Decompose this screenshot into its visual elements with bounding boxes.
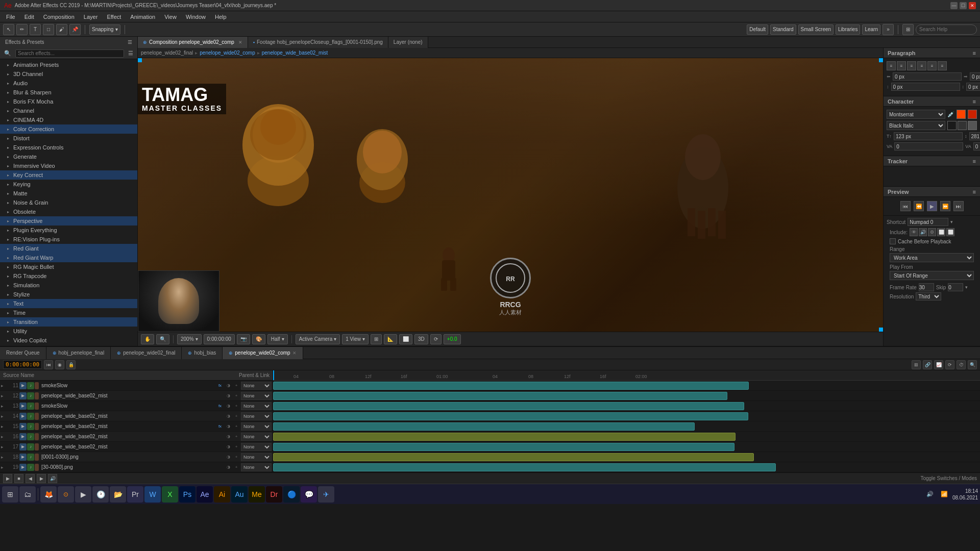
preview-header[interactable]: Preview ≡ <box>884 187 980 197</box>
taskbar-word[interactable]: W <box>144 486 161 503</box>
include-audio-icon[interactable]: 🔊 <box>919 228 927 236</box>
effect-category-3d-channel[interactable]: ▸3D Channel <box>0 69 137 79</box>
layer-video-icon[interactable]: ▶ <box>19 443 27 450</box>
layer-row[interactable]: ▸ 13 ▶ ♪ smokeSlow fx ◑ + None <box>0 401 273 411</box>
effect-category-matte[interactable]: ▸Matte <box>0 189 137 198</box>
vp-snapshot[interactable]: 📷 <box>237 334 250 344</box>
effects-presets-tab[interactable]: Effects & Presets ☰ <box>0 37 138 48</box>
motion-blur-button[interactable]: ◑ <box>225 403 232 410</box>
toolbar-puppet-tool[interactable]: 📌 <box>69 24 81 35</box>
handle-top-left[interactable] <box>138 58 142 62</box>
fx-button[interactable]: fx <box>216 382 224 389</box>
breadcrumb-item-2[interactable]: penelope_wide02_comp <box>200 50 255 56</box>
parent-select[interactable]: None <box>241 433 272 441</box>
color-swatch-4[interactable] <box>968 121 977 130</box>
line-height-input[interactable] <box>969 132 981 140</box>
snapping-dropdown[interactable]: Snapping ▾ <box>89 24 120 35</box>
track-bar[interactable] <box>273 463 776 471</box>
close-button[interactable]: ✕ <box>969 2 976 9</box>
track-row[interactable] <box>273 462 980 472</box>
taskbar-excel[interactable]: X <box>162 486 178 503</box>
bc-next-frame[interactable]: ▶ <box>37 474 46 483</box>
workspace-standard[interactable]: Standard <box>770 24 796 35</box>
taskbar-media[interactable]: ▶ <box>75 486 91 503</box>
layer-row[interactable]: ▸ 18 ▶ ♪ [0001-0300].png ◑ + None <box>0 452 273 462</box>
effect-category-time[interactable]: ▸Time <box>0 308 137 317</box>
track-bar[interactable] <box>273 392 727 400</box>
layer-audio-icon[interactable]: ♪ <box>27 433 34 440</box>
adjustment-button[interactable]: + <box>233 433 240 440</box>
timeline-timecode[interactable]: 0:00:00:00 <box>3 360 42 369</box>
tl-select-all-button[interactable]: ⊞ <box>912 360 921 369</box>
layer-expand-icon[interactable]: ▸ <box>1 465 7 470</box>
taskbar-folder[interactable]: 📂 <box>110 486 126 503</box>
layer-label-icon[interactable] <box>35 413 39 420</box>
layer-audio-icon[interactable]: ♪ <box>27 464 34 471</box>
preview-next-button[interactable]: ⏩ <box>940 201 950 211</box>
vp-grid[interactable]: ⊞ <box>371 334 382 344</box>
effect-category-perspective[interactable]: ▸Perspective <box>0 216 137 226</box>
toggle-switches-label[interactable]: Toggle Switches / Modes <box>920 475 977 481</box>
search-input[interactable] <box>916 24 977 35</box>
parent-select[interactable]: None <box>241 463 272 471</box>
adjustment-button[interactable]: + <box>233 454 240 461</box>
parent-select[interactable]: None <box>241 453 272 461</box>
effect-category-simulation[interactable]: ▸Simulation <box>0 281 137 290</box>
layer-label-icon[interactable] <box>35 454 39 461</box>
paragraph-header[interactable]: Paragraph ≡ <box>884 48 980 58</box>
layer-expand-icon[interactable]: ▸ <box>1 455 7 460</box>
align-center-button[interactable]: ≡ <box>897 61 906 70</box>
vp-safe-zones[interactable]: ⬜ <box>399 334 412 344</box>
tl-graph-editor-button[interactable]: 📈 <box>934 360 943 369</box>
layer-expand-icon[interactable]: ▸ <box>1 424 7 429</box>
effect-category-text[interactable]: ▸Text <box>0 299 137 308</box>
layer-name[interactable]: penelope_wide_base02_mist <box>40 444 224 449</box>
font-family-select[interactable]: Montserrat <box>887 110 945 119</box>
layer-video-icon[interactable]: ▶ <box>19 382 27 389</box>
viewport[interactable]: TAMAG MASTER CLASSES RR RRCG 人人素材 <box>138 58 883 332</box>
parent-select[interactable]: None <box>241 392 272 400</box>
taskbar-premiere[interactable]: Pr <box>127 486 143 503</box>
effect-category-animation-presets[interactable]: ▸Animation Presets <box>0 60 137 69</box>
workspace-small-screen[interactable]: Small Screen <box>798 24 834 35</box>
align-left-button[interactable]: ≡ <box>887 61 896 70</box>
panel-button[interactable]: ⊞ <box>902 24 914 35</box>
effect-category-utility[interactable]: ▸Utility <box>0 327 137 336</box>
track-row[interactable] <box>273 421 980 432</box>
layer-audio-icon[interactable]: ♪ <box>27 403 34 410</box>
effect-category-generate[interactable]: ▸Generate <box>0 152 137 161</box>
layer-row[interactable]: ▸ 15 ▶ ♪ penelope_wide_base02_mist fx ◑ … <box>0 421 273 432</box>
layer-row[interactable]: ▸ 16 ▶ ♪ penelope_wide_base02_mist ◑ + N… <box>0 432 273 442</box>
effect-category-keying[interactable]: ▸Keying <box>0 180 137 189</box>
motion-blur-button[interactable]: ◑ <box>225 454 232 461</box>
track-row[interactable] <box>273 411 980 421</box>
bc-stop-button[interactable]: ■ <box>14 474 23 483</box>
comp-tab-close[interactable]: ✕ <box>238 40 242 45</box>
effect-category-boris-fx-mocha[interactable]: ▸Boris FX Mocha <box>0 97 137 106</box>
layer-expand-icon[interactable]: ▸ <box>1 444 7 449</box>
vp-zoom-tool[interactable]: 🔍 <box>156 334 169 344</box>
kerning-input[interactable] <box>973 142 980 151</box>
track-bar[interactable] <box>273 382 749 390</box>
include-video-icon[interactable]: 👁 <box>910 228 918 236</box>
layer-video-icon[interactable]: ▶ <box>19 392 27 399</box>
tl-search-button[interactable]: 🔍 <box>968 360 977 369</box>
tl-tab-wide02-comp[interactable]: ⊕ penelope_wide02_comp ✕ <box>223 347 303 359</box>
track-row[interactable] <box>273 401 980 411</box>
menu-item-help[interactable]: Help <box>211 13 231 21</box>
preview-prev-button[interactable]: ⏪ <box>914 201 924 211</box>
bc-audio-button[interactable]: 🔊 <box>48 474 57 483</box>
layer-expand-icon[interactable]: ▸ <box>1 414 7 419</box>
layer-row[interactable]: ▸ 11 ▶ ♪ smokeSlow fx ◑ + None <box>0 381 273 391</box>
justify-left-button[interactable]: ≡ <box>917 61 926 70</box>
parent-select[interactable]: None <box>241 422 272 431</box>
color-swatch-3[interactable] <box>958 121 967 130</box>
layer-label-icon[interactable] <box>35 443 39 450</box>
motion-blur-button[interactable]: ◑ <box>225 433 232 440</box>
track-row[interactable] <box>273 442 980 452</box>
toolbar-selection-tool[interactable]: ↖ <box>3 24 14 35</box>
vp-zoom-level[interactable]: 200% ▾ <box>177 334 202 344</box>
preview-last-button[interactable]: ⏭ <box>953 201 964 211</box>
track-row[interactable] <box>273 391 980 401</box>
layer-expand-icon[interactable]: ▸ <box>1 434 7 439</box>
